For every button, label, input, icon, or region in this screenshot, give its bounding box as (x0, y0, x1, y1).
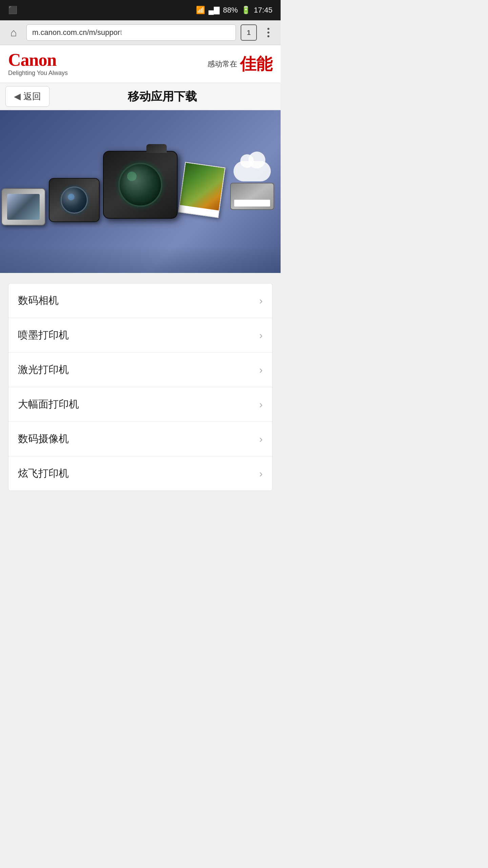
status-bar-right: 📶 ▄▇ 88% 🔋 17:45 (196, 6, 272, 15)
canon-cn-big-text: 佳能 (240, 53, 272, 75)
cloud-printer-icon (225, 161, 279, 215)
compact-lens (61, 186, 88, 214)
browser-menu-button[interactable] (262, 24, 275, 41)
list-item-label-selphy-printer: 炫飞打印机 (18, 467, 69, 480)
page-title: 移动应用下载 (49, 89, 275, 104)
cloud-shape (233, 161, 271, 181)
chevron-right-icon-laser-printer: › (259, 364, 263, 376)
list-item-inkjet-printer[interactable]: 喷墨打印机 › (8, 318, 272, 353)
dslr-camera-icon (103, 151, 178, 219)
home-icon: ⌂ (10, 26, 17, 39)
compact-camera-icon (49, 178, 100, 222)
list-item-digital-camcorder[interactable]: 数码摄像机 › (8, 422, 272, 456)
canon-logo: Canon Delighting You Always (8, 51, 68, 77)
list-item-label-wide-format-printer: 大幅面打印机 (18, 397, 79, 411)
printer-shape (230, 183, 274, 210)
back-button-label: 返回 (23, 91, 41, 102)
chevron-right-icon-wide-format-printer: › (259, 399, 263, 410)
list-item-wide-format-printer[interactable]: 大幅面打印机 › (8, 387, 272, 422)
list-item-label-inkjet-printer: 喷墨打印机 (18, 328, 69, 342)
list-item-label-digital-camcorder: 数码摄像机 (18, 432, 69, 446)
menu-dot-2 (267, 32, 269, 34)
canon-cn-branding: 感动常在 佳能 (207, 53, 272, 75)
list-item-label-laser-printer: 激光打印机 (18, 363, 69, 377)
address-bar[interactable]: m.canon.com.cn/m/support (26, 24, 236, 41)
status-bar: ⬛ 📶 ▄▇ 88% 🔋 17:45 (0, 0, 281, 20)
category-list-section: 数码相机 › 喷墨打印机 › 激光打印机 › 大幅面打印机 › 数码摄像机 › … (0, 273, 281, 501)
canon-tagline: Delighting You Always (8, 70, 68, 77)
list-item-selphy-printer[interactable]: 炫飞打印机 › (8, 456, 272, 491)
back-arrow-icon: ◀ (14, 91, 21, 102)
wifi-icon: 📶 (196, 6, 205, 15)
url-gray: t (120, 28, 122, 37)
list-item-laser-printer[interactable]: 激光打印机 › (8, 353, 272, 387)
nav-bar: ◀ 返回 移动应用下载 (0, 83, 281, 110)
screenshot-icon: ⬛ (8, 6, 17, 15)
clock: 17:45 (254, 6, 272, 15)
photo-print-icon (178, 162, 226, 218)
tab-switcher[interactable]: 1 (241, 24, 257, 41)
list-item-digital-camera[interactable]: 数码相机 › (8, 283, 272, 318)
back-button[interactable]: ◀ 返回 (5, 86, 49, 107)
chevron-right-icon-inkjet-printer: › (259, 330, 263, 341)
chevron-right-icon-digital-camcorder: › (259, 433, 263, 445)
canon-cn-small-text: 感动常在 (207, 59, 237, 69)
chevron-right-icon-selphy-printer: › (259, 468, 263, 479)
hero-banner (0, 110, 281, 273)
category-list-container: 数码相机 › 喷墨打印机 › 激光打印机 › 大幅面打印机 › 数码摄像机 › … (8, 283, 272, 491)
scanner-device-icon (1, 188, 45, 225)
tab-count: 1 (247, 29, 250, 37)
chevron-right-icon-digital-camera: › (259, 295, 263, 307)
site-header: Canon Delighting You Always 感动常在 佳能 (0, 45, 281, 83)
url-text: m.canon.com.cn/m/suppor (32, 28, 120, 37)
status-bar-left: ⬛ (8, 6, 17, 15)
canon-brand-name: Canon (8, 51, 68, 69)
browser-chrome: ⌂ m.canon.com.cn/m/support 1 (0, 20, 281, 45)
home-button[interactable]: ⌂ (5, 24, 22, 41)
signal-icon: ▄▇ (208, 6, 220, 15)
battery-icon: 🔋 (241, 6, 250, 15)
menu-dot-1 (267, 28, 269, 30)
devices-illustration (0, 151, 281, 232)
battery-percentage: 88% (223, 6, 238, 15)
menu-dot-3 (267, 35, 269, 37)
dslr-lens (118, 163, 162, 207)
list-item-label-digital-camera: 数码相机 (18, 294, 59, 308)
